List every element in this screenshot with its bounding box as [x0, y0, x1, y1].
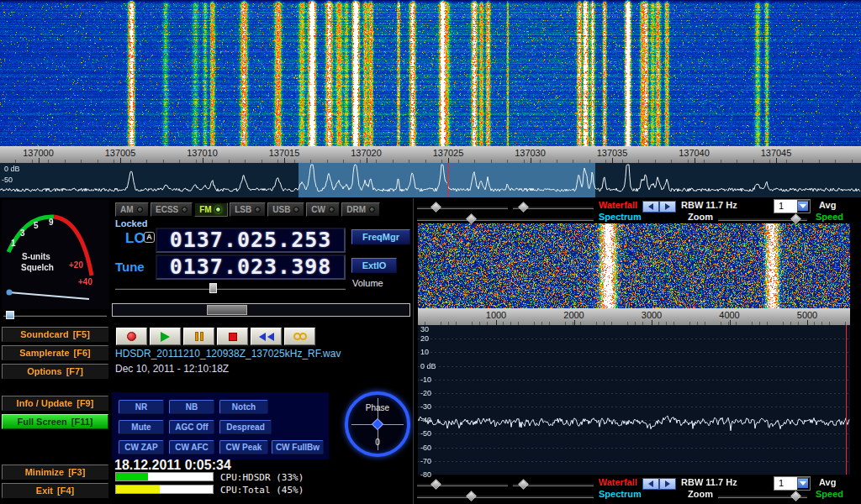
rf-spectrum-display[interactable] — [418, 325, 850, 475]
play-button[interactable] — [150, 328, 181, 345]
rbw-label: RBW 11.7 Hz — [681, 477, 737, 487]
scroll-left-button[interactable] — [642, 201, 659, 213]
slider-track[interactable] — [115, 287, 346, 290]
slider-handle[interactable] — [430, 479, 441, 490]
contrast-slider[interactable] — [417, 206, 508, 209]
amplitude-slider[interactable] — [417, 218, 594, 221]
cw-zap-button[interactable]: CW ZAP — [119, 440, 164, 454]
chevron-down-icon — [800, 204, 806, 212]
nb-button[interactable]: NB — [169, 400, 214, 414]
button-label: Minimize — [25, 467, 64, 477]
main-waterfall-display[interactable] — [0, 0, 861, 146]
contrast-slider[interactable] — [417, 483, 508, 486]
cw-fullbw-button[interactable]: CW FullBw — [272, 440, 324, 454]
mode-led-icon — [255, 207, 261, 213]
db-axis-label: -10 — [420, 375, 431, 384]
mode-label: DRM — [346, 205, 366, 214]
phase-display[interactable]: Phase 0 — [344, 391, 411, 458]
mode-drm-button[interactable]: DRM — [341, 202, 380, 217]
extio-button[interactable]: ExtIO — [351, 258, 397, 273]
transport-controls — [115, 327, 316, 347]
mode-fm-button[interactable]: FM — [194, 202, 228, 217]
scroll-right-button[interactable] — [659, 201, 676, 213]
spectrum-tab[interactable]: Spectrum — [599, 489, 642, 499]
rf-waterfall-display[interactable] — [418, 223, 850, 308]
slider-track[interactable] — [3, 314, 107, 317]
minimize-button[interactable]: Minimize[F3] — [2, 465, 108, 480]
pause-button[interactable] — [183, 328, 214, 345]
band-scroll-slider[interactable] — [112, 303, 410, 317]
squelch-slider[interactable] — [2, 310, 108, 320]
slider-handle[interactable] — [518, 202, 529, 213]
mode-usb-button[interactable]: USB — [267, 202, 304, 217]
slider-handle[interactable] — [6, 311, 14, 319]
record-button[interactable] — [116, 328, 147, 345]
ruler-label: 137030 — [515, 148, 546, 158]
slider-handle[interactable] — [518, 479, 529, 490]
amplitude-slider[interactable] — [417, 495, 594, 498]
button-key: [F5] — [73, 329, 90, 339]
agc-button[interactable]: AGC Off — [169, 420, 214, 434]
ruler-label: 137035 — [597, 148, 628, 158]
vfo-a-badge[interactable]: A — [144, 232, 155, 243]
scroll-left-button[interactable] — [642, 478, 659, 490]
tune-frequency-display[interactable]: 0137.023.398 — [156, 255, 346, 280]
freqmgr-button[interactable]: FreqMgr — [351, 229, 410, 244]
mute-button[interactable]: Mute — [119, 420, 164, 434]
mode-lsb-button[interactable]: LSB — [230, 202, 266, 217]
slider-handle[interactable] — [790, 213, 801, 224]
slider-handle[interactable] — [209, 283, 217, 293]
slider-handle[interactable] — [466, 491, 477, 501]
rf-frequency-ruler[interactable]: 10002000300040005000 — [418, 308, 850, 325]
mode-am-button[interactable]: AM — [115, 202, 149, 217]
button-key: [F4] — [57, 486, 74, 496]
dropdown-button[interactable] — [797, 477, 810, 490]
volume-label: Volume — [352, 278, 383, 288]
tune-label: Tune — [115, 260, 145, 274]
speed-select[interactable]: 1 — [774, 199, 811, 213]
volume-slider[interactable] — [115, 282, 346, 294]
spectrum-tab[interactable]: Spectrum — [599, 212, 642, 222]
main-frequency-ruler[interactable]: 1370001370051370101370151370201370251370… — [0, 146, 861, 163]
dropdown-button[interactable] — [797, 200, 810, 213]
brightness-slider[interactable] — [513, 206, 594, 209]
slider-handle[interactable] — [790, 491, 801, 501]
stop-button[interactable] — [217, 328, 248, 345]
slider-handle[interactable] — [430, 202, 441, 213]
rewind-button[interactable] — [251, 328, 282, 345]
waterfall-tab[interactable]: Waterfall — [599, 477, 637, 487]
speed-select[interactable]: 1 — [774, 476, 811, 491]
s-meter: 1 3 5 9 +20 +40 S-units Squelch — [2, 200, 109, 309]
waterfall-tab[interactable]: Waterfall — [599, 200, 637, 210]
smeter-units-label: S-units — [22, 252, 50, 261]
smeter-tick-label: +40 — [78, 277, 92, 286]
mode-ecss-button[interactable]: ECSS — [151, 202, 193, 217]
samplerate-button[interactable]: Samplerate[F6] — [2, 345, 108, 360]
button-label: Soundcard — [20, 329, 68, 339]
lo-frequency-display[interactable]: 0137.025.253 — [156, 228, 346, 253]
cw-afc-button[interactable]: CW AFC — [169, 440, 214, 454]
slider-handle[interactable] — [466, 213, 477, 224]
despread-button[interactable]: Despread — [219, 420, 272, 434]
record-icon — [127, 332, 136, 341]
exit-button[interactable]: Exit[F4] — [2, 483, 108, 498]
cw-peak-button[interactable]: CW Peak — [219, 440, 268, 454]
slider-handle[interactable] — [207, 305, 247, 315]
mode-cw-button[interactable]: CW — [306, 202, 340, 217]
smeter-needle — [8, 292, 89, 299]
button-key: [F3] — [68, 467, 85, 477]
scroll-right-button[interactable] — [659, 478, 676, 490]
zoom-slider[interactable] — [718, 495, 807, 498]
brightness-slider[interactable] — [513, 483, 594, 486]
fullscreen-button[interactable]: Full Screen[F11] — [2, 414, 108, 429]
button-label: Exit — [36, 486, 53, 496]
nr-button[interactable]: NR — [119, 400, 164, 414]
loop-button[interactable] — [284, 328, 315, 345]
options-button[interactable]: Options[F7] — [2, 364, 108, 379]
zoom-slider[interactable] — [718, 218, 807, 221]
main-spectrum-display[interactable] — [0, 163, 861, 197]
info-update-button[interactable]: Info / Update[F9] — [2, 396, 108, 411]
notch-button[interactable]: Notch — [219, 400, 268, 414]
soundcard-button[interactable]: Soundcard[F5] — [2, 327, 108, 342]
cpu-total-bar — [115, 485, 214, 494]
